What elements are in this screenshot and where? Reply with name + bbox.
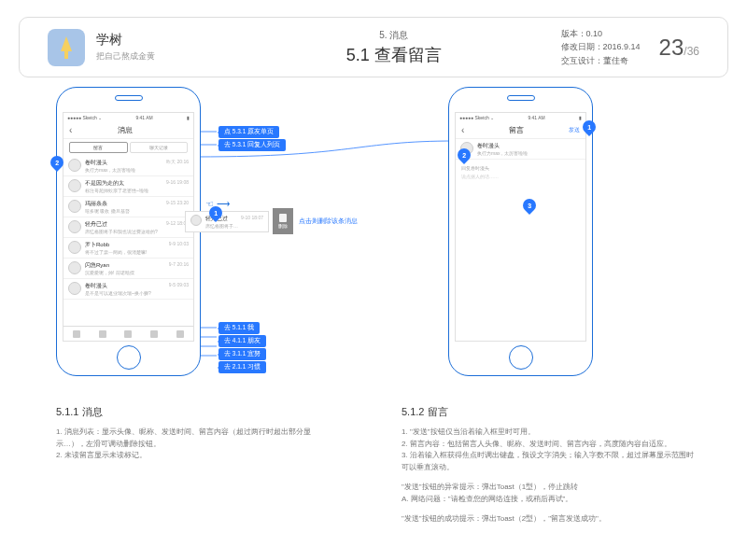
avatar bbox=[68, 179, 81, 192]
avatar bbox=[68, 241, 81, 254]
callout: 点 5.3.1 原友单页 bbox=[218, 126, 279, 138]
wireframe-phone-messages: ●●●●● Sketch ⌄ 9:41 AM▮ ‹ 消息 留言聊天记录 卷时漫头… bbox=[56, 87, 201, 376]
page-number: 23/36 bbox=[659, 35, 699, 61]
avatar bbox=[68, 159, 81, 172]
section-title: 5.1 查看留言 bbox=[227, 44, 561, 66]
nav-title: 留言 bbox=[509, 125, 524, 135]
avatar bbox=[190, 215, 202, 226]
app-icon bbox=[48, 29, 85, 66]
back-icon[interactable]: ‹ bbox=[461, 125, 464, 135]
callout: 去 4.1.1 朋友 bbox=[218, 335, 266, 347]
wireframe-phone-reply: ●●●●● Sketch ⌄ 9:41 AM▮ ‹ 留言 发送 卷时漫头执行力m… bbox=[448, 87, 593, 376]
status-bar: ●●●●● Sketch ⌄ 9:41 AM▮ bbox=[456, 113, 585, 122]
app-slogan: 把自己熬成金黄 bbox=[96, 50, 227, 63]
app-name: 学树 bbox=[96, 32, 227, 49]
status-bar: ●●●●● Sketch ⌄ 9:41 AM▮ bbox=[63, 113, 193, 122]
list-item[interactable]: 玛丽条条嘻多呢 吸收 撒旦基督9-15 23:20 bbox=[63, 197, 193, 217]
list-item[interactable]: 不是因为走的太标注哥超帅欸亲了老婆懂~啦啦9-16 19:08 bbox=[63, 176, 193, 197]
nav-title: 消息 bbox=[118, 125, 133, 135]
send-button[interactable]: 发送 bbox=[569, 126, 580, 134]
callout: 去 2.1.1 习惯 bbox=[218, 361, 266, 373]
avatar bbox=[68, 220, 81, 233]
avatar bbox=[68, 282, 81, 295]
swipe-note: 点击则删除该条消息 bbox=[299, 217, 358, 226]
doc-header: 学树 把自己熬成金黄 5. 消息 5.1 查看留言 版本：0.10 修改日期：2… bbox=[19, 17, 728, 77]
segment-control[interactable]: 留言聊天记录 bbox=[63, 139, 193, 156]
list-item[interactable]: 卷时漫头是不是可以返业瑞次瑞~换小狮?9-5 09:03 bbox=[63, 279, 193, 300]
list-item[interactable]: 闪急Ryan沉爱爱呢，帅! 前诺晗摆9-7 20:16 bbox=[63, 259, 193, 279]
callout: 去 5.1.1 我 bbox=[218, 322, 260, 334]
back-icon[interactable]: ‹ bbox=[69, 125, 72, 135]
callout: 去 5.3.1 回复人列页 bbox=[218, 139, 286, 151]
description-right: 5.1.2 留言1. "发送"按钮仅当沿着输入框里时可用。2. 留言内容：包括留… bbox=[402, 404, 700, 525]
delete-button[interactable]: 删除 bbox=[273, 208, 293, 234]
list-item[interactable]: 罗卜Robb将不过了票一两岗，很清楚嘛!9-9 10:03 bbox=[63, 238, 193, 259]
section-number: 5. 消息 bbox=[227, 29, 561, 42]
reply-input[interactable]: 回复卷时漫头 说点据人的话…… bbox=[456, 160, 585, 185]
callout: 去 3.1.1 宜努 bbox=[218, 348, 266, 360]
description-left: 5.1.1 消息1. 消息列表：显示头像、昵称、发送时间、留言内容（超过两行时超… bbox=[56, 404, 336, 462]
avatar bbox=[68, 261, 81, 274]
list-item[interactable]: 轻舟已过席忆格图将子和我也说过费这啥的?9-12 18:07 bbox=[63, 217, 193, 238]
avatar bbox=[68, 200, 81, 213]
list-item[interactable]: 卷时漫头执行力max，太厉害啦啦昨天 20:16 bbox=[63, 156, 193, 176]
doc-meta: 版本：0.10 修改日期：2016.9.14 交互设计：董佳奇 bbox=[561, 27, 641, 67]
tab-bar[interactable] bbox=[63, 326, 193, 341]
